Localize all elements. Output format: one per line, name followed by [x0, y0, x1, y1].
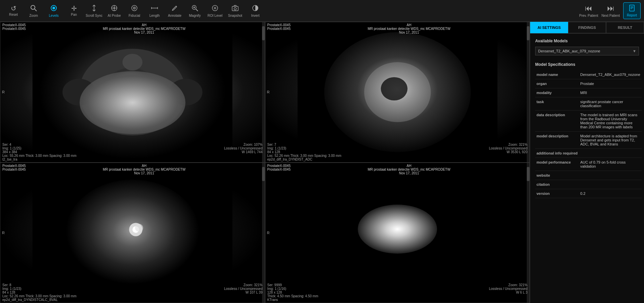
- invert-label: Invert: [251, 14, 259, 17]
- prev-patient-label: Prev. Patient: [579, 14, 598, 17]
- roi-level-icon: [211, 4, 219, 13]
- vp3-scrollbar[interactable]: [262, 163, 265, 303]
- vp1-scrollbar-thumb: [262, 26, 265, 40]
- pan-label: Pan: [71, 13, 77, 16]
- zoom-label: Zoom: [29, 14, 38, 17]
- spec-label-model_name: model name: [535, 70, 579, 79]
- spec-label-additional_info: additional info required: [535, 149, 579, 158]
- viewport-bval[interactable]: ProstateX-0045 ProstateX-0045 AH MR pros…: [0, 163, 265, 303]
- vp3-scrollbar-thumb: [262, 167, 265, 181]
- zoom-icon: [30, 4, 37, 13]
- panel-content-ai-settings: Available Models Densenet_T2_ABK_auc_079…: [530, 34, 644, 303]
- vp4-scrollbar-thumb: [527, 167, 529, 181]
- spec-value-additional_info: [579, 149, 642, 158]
- vp1-r-label: R: [2, 90, 5, 94]
- spec-value-task: significant prostate cancer classificati…: [579, 97, 642, 111]
- reset-label: Reset: [9, 13, 18, 16]
- svg-rect-22: [630, 5, 634, 11]
- invert-tool[interactable]: Invert: [245, 2, 265, 20]
- spec-row-modality: modalityMRI: [535, 88, 642, 97]
- reset-tool[interactable]: ↺ Reset: [3, 2, 24, 20]
- available-models-title: Available Models: [535, 39, 639, 43]
- spec-label-version: version: [535, 189, 579, 198]
- spec-value-data_description: The model is trained on MRI scans from t…: [579, 111, 642, 132]
- panel-tabs: AI SETTINGS FINDINGS RESULT: [530, 22, 644, 34]
- zoom-tool[interactable]: Zoom: [24, 2, 44, 20]
- vp1-mri-image: [0, 22, 265, 162]
- roi-level-tool[interactable]: ROI Level: [205, 2, 225, 20]
- length-tool[interactable]: Length: [144, 2, 165, 20]
- svg-point-36: [381, 77, 407, 100]
- svg-point-0: [31, 5, 35, 9]
- annotate-tool[interactable]: Annotate: [165, 2, 185, 20]
- pan-tool[interactable]: ✛ Pan: [64, 2, 84, 20]
- levels-tool[interactable]: Levels: [44, 2, 64, 20]
- magnify-tool[interactable]: Magnify: [185, 2, 205, 20]
- spec-value-model_performance: AUC of 0.79 on 5-fold cross validation: [579, 158, 642, 171]
- right-panel: AI SETTINGS FINDINGS RESULT Available Mo…: [530, 22, 644, 303]
- prev-patient-button[interactable]: ⏮ Prev. Patient: [579, 4, 598, 17]
- fiducial-icon: [131, 4, 138, 13]
- vp3-r-label: R: [2, 231, 5, 235]
- spec-row-data_description: data descriptionThe model is trained on …: [535, 111, 642, 132]
- annotate-icon: [171, 4, 178, 13]
- prev-patient-icon: ⏮: [585, 4, 592, 13]
- spec-row-model_description: model descriptionModel architecture is a…: [535, 132, 642, 149]
- main-area: ProstateX-0045 ProstateX-0045 AH MR pros…: [0, 22, 644, 303]
- vp2-scrollbar[interactable]: [527, 22, 529, 162]
- ai-probe-tool[interactable]: AI Probe: [104, 2, 124, 20]
- model-specs-title: Model Specifications: [535, 62, 639, 67]
- ai-probe-label: AI Probe: [108, 14, 121, 17]
- fiducial-label: Fiducial: [129, 14, 140, 17]
- viewport-adc[interactable]: ProstateX-0045 ProstateX-0045 AH MR pros…: [265, 22, 530, 163]
- vp4-scrollbar[interactable]: [527, 163, 529, 303]
- spec-value-website: [579, 171, 642, 180]
- roi-level-label: ROI Level: [208, 14, 222, 17]
- spec-row-task: tasksignificant prostate cancer classifi…: [535, 97, 642, 111]
- vp3-mri-image: [0, 163, 265, 303]
- svg-point-10: [134, 8, 135, 8]
- spec-label-website: website: [535, 171, 579, 180]
- spec-row-organ: organProstate: [535, 79, 642, 88]
- tab-ai-settings[interactable]: AI SETTINGS: [530, 22, 568, 33]
- spec-label-model_performance: model performance: [535, 158, 579, 171]
- svg-point-46: [406, 225, 416, 234]
- spec-row-model_name: model nameDensenet_T2_ABK_auc079_nozone: [535, 70, 642, 79]
- svg-point-31: [169, 79, 202, 105]
- next-patient-button[interactable]: ⏭ Next Patient: [602, 4, 620, 17]
- vp2-r-label: R: [267, 90, 270, 94]
- spec-label-citation: citation: [535, 180, 579, 189]
- svg-point-32: [123, 54, 143, 71]
- svg-point-43: [386, 224, 396, 234]
- spec-row-citation: citation: [535, 180, 642, 189]
- vp2-mri-image: [265, 22, 530, 162]
- model-specs-table: model nameDensenet_T2_ABK_auc079_nozoneo…: [535, 70, 642, 198]
- snapshot-tool[interactable]: Snapshot: [225, 2, 245, 20]
- viewport-ktrans[interactable]: ProstateX-0045 ProstateX-0045 AH MR pros…: [265, 163, 530, 303]
- model-select-wrapper: Densenet_T2_ABK_auc_079_nozone ▼: [535, 47, 639, 55]
- fiducial-tool[interactable]: Fiducial: [124, 2, 144, 20]
- spec-value-version: 0.2: [579, 189, 642, 198]
- report-button[interactable]: Report: [623, 2, 641, 19]
- tab-result[interactable]: RESULT: [606, 22, 644, 33]
- svg-point-29: [104, 67, 158, 114]
- svg-point-3: [52, 7, 55, 9]
- spec-value-model_name: Densenet_T2_ABK_auc079_nozone: [579, 70, 642, 79]
- scroll-sync-tool[interactable]: Scroll Sync: [84, 2, 104, 20]
- snapshot-label: Snapshot: [228, 14, 242, 17]
- length-icon: [151, 4, 158, 13]
- tab-findings[interactable]: FINDINGS: [568, 22, 606, 33]
- vp1-scrollbar[interactable]: [262, 22, 265, 162]
- model-select[interactable]: Densenet_T2_ABK_auc_079_nozone: [535, 47, 639, 55]
- magnify-label: Magnify: [189, 14, 201, 17]
- toolbar: ↺ Reset Zoom Levels ✛ Pan Scroll Sy: [0, 0, 644, 22]
- report-label: Report: [627, 13, 637, 17]
- viewport-t2[interactable]: ProstateX-0045 ProstateX-0045 AH MR pros…: [0, 22, 265, 163]
- svg-line-15: [196, 9, 198, 11]
- ai-probe-icon: [111, 4, 118, 13]
- svg-point-41: [135, 224, 143, 232]
- vp4-r-label: R: [267, 231, 270, 235]
- levels-icon: [50, 4, 57, 13]
- svg-point-30: [62, 79, 96, 105]
- reset-icon: ↺: [11, 5, 16, 12]
